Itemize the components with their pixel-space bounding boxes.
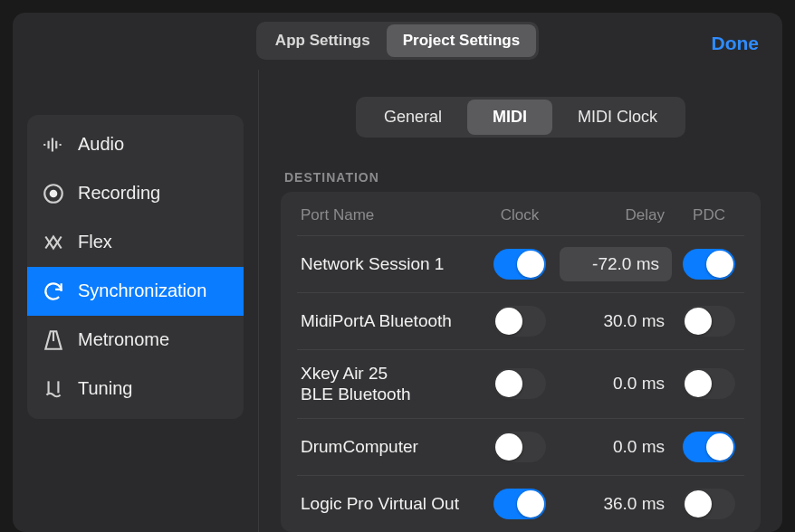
column-delay: Delay (560, 206, 677, 224)
column-pdc: PDC (677, 206, 741, 224)
pdc-toggle[interactable] (683, 368, 735, 399)
table-row: Network Session 1-72.0 ms (297, 235, 744, 292)
port-name: DrumComputer (301, 436, 480, 458)
section-heading: DESTINATION (284, 170, 757, 185)
port-name: Logic Pro Virtual Out (301, 493, 480, 515)
sidebar-item-label: Tuning (78, 378, 132, 399)
table-row: Logic Pro Virtual Out36.0 ms (297, 475, 744, 532)
clock-toggle[interactable] (493, 432, 546, 462)
delay-value[interactable]: -72.0 ms (560, 247, 672, 281)
toggle-knob (517, 490, 544, 518)
toggle-knob (706, 251, 733, 278)
delay-value: 0.0 ms (560, 374, 677, 394)
toggle-knob (706, 433, 733, 461)
table-body: Network Session 1-72.0 msMidiPortA Bluet… (297, 235, 744, 533)
sidebar-item-label: Flex (78, 232, 112, 252)
toggle-knob (495, 433, 522, 461)
toggle-knob (685, 490, 712, 518)
svg-point-1 (50, 189, 58, 197)
recording-icon (42, 182, 65, 205)
modal-topbar: App Settings Project Settings Done (13, 13, 782, 70)
sidebar-item-metronome[interactable]: Metronome (27, 316, 244, 365)
table-row: Xkey Air 25BLE Bluetooth0.0 ms (297, 349, 744, 419)
table-row: MidiPortA Bluetooth30.0 ms (297, 292, 744, 349)
sidebar-item-audio[interactable]: Audio (27, 120, 244, 169)
port-name: MidiPortA Bluetooth (301, 310, 480, 332)
clock-toggle[interactable] (493, 368, 546, 399)
sidebar: AudioRecordingFlexSynchronizationMetrono… (13, 70, 259, 533)
subtab-wrap: GeneralMIDIMIDI Clock (281, 97, 761, 138)
sync-icon (42, 280, 65, 303)
column-port-name: Port Name (301, 206, 480, 224)
sidebar-item-label: Synchronization (78, 280, 206, 301)
modal-body: AudioRecordingFlexSynchronizationMetrono… (13, 70, 782, 533)
destination-table: Port Name Clock Delay PDC Network Sessio… (281, 192, 761, 533)
sidebar-item-recording[interactable]: Recording (27, 169, 244, 218)
tuning-icon (42, 377, 65, 401)
clock-toggle[interactable] (493, 306, 546, 337)
clock-toggle[interactable] (493, 249, 546, 280)
top-segmented-control: App Settings Project Settings (256, 22, 539, 60)
sidebar-item-label: Recording (78, 183, 160, 204)
pdc-toggle[interactable] (683, 489, 735, 519)
toggle-knob (685, 308, 712, 335)
tab-app-settings[interactable]: App Settings (259, 24, 387, 57)
subtab-midi[interactable]: MIDI (467, 100, 552, 135)
sidebar-item-label: Metronome (78, 329, 169, 350)
table-row: DrumComputer0.0 ms (297, 418, 744, 475)
sidebar-item-synchronization[interactable]: Synchronization (27, 267, 244, 316)
main-panel: GeneralMIDIMIDI Clock DESTINATION Port N… (259, 70, 782, 533)
column-clock: Clock (480, 206, 560, 224)
toggle-knob (685, 370, 712, 397)
clock-toggle[interactable] (493, 489, 546, 519)
delay-value: 36.0 ms (560, 494, 677, 514)
pdc-toggle[interactable] (683, 432, 735, 462)
sidebar-item-tuning[interactable]: Tuning (27, 365, 244, 413)
toggle-knob (517, 251, 544, 278)
subtab-segmented-control: GeneralMIDIMIDI Clock (356, 97, 685, 138)
port-name: Network Session 1 (301, 253, 480, 275)
audio-icon (42, 133, 65, 157)
metronome-icon (42, 328, 65, 352)
pdc-toggle[interactable] (683, 306, 735, 337)
pdc-toggle[interactable] (683, 249, 735, 280)
sidebar-item-flex[interactable]: Flex (27, 218, 244, 267)
flex-icon (42, 231, 65, 254)
delay-value: 30.0 ms (560, 311, 677, 331)
sidebar-item-label: Audio (78, 134, 124, 155)
port-name: Xkey Air 25BLE Bluetooth (301, 363, 480, 406)
table-header: Port Name Clock Delay PDC (297, 192, 744, 235)
toggle-knob (495, 308, 522, 335)
sidebar-list: AudioRecordingFlexSynchronizationMetrono… (27, 115, 244, 419)
subtab-midi-clock[interactable]: MIDI Clock (552, 100, 683, 135)
tab-project-settings[interactable]: Project Settings (387, 24, 536, 57)
delay-value: 0.0 ms (560, 437, 677, 457)
toggle-knob (495, 370, 522, 397)
done-button[interactable]: Done (712, 33, 760, 54)
subtab-general[interactable]: General (359, 100, 467, 135)
settings-modal: App Settings Project Settings Done Audio… (13, 13, 782, 532)
